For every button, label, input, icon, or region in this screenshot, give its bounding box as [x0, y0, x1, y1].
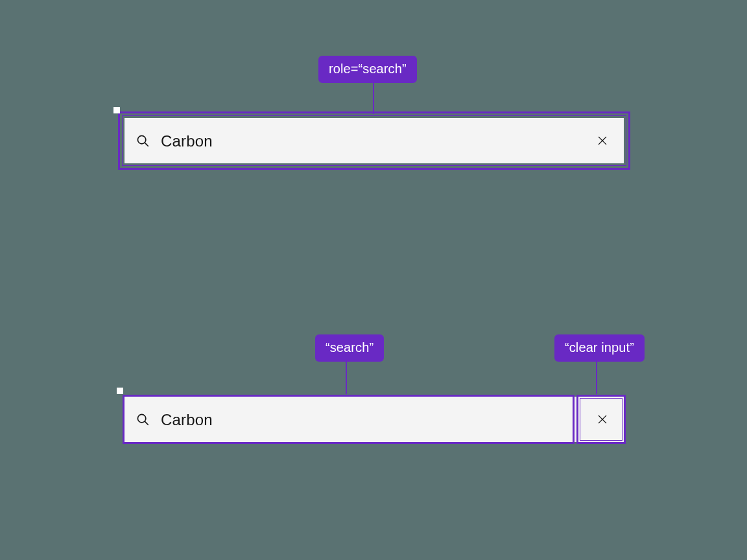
close-icon [597, 135, 608, 146]
svg-line-1 [145, 143, 148, 146]
annotation-connector [596, 362, 597, 394]
panel-role-search: role=“search” Carbon [0, 0, 747, 280]
annotation-tag-role-search: role=“search” [318, 56, 417, 83]
annotation-tag-search: “search” [315, 334, 384, 362]
search-input[interactable]: Carbon [161, 131, 581, 150]
search-icon [124, 397, 161, 442]
annotation-connector [373, 83, 374, 114]
close-icon [597, 414, 608, 425]
clear-button[interactable] [581, 118, 624, 163]
search-input[interactable]: Carbon [161, 410, 581, 429]
selection-handle [117, 388, 123, 394]
search-bar[interactable]: Carbon [124, 397, 624, 442]
search-bar[interactable]: Carbon [124, 118, 624, 163]
annotation-tag-clear-input: “clear input” [554, 334, 645, 362]
selection-handle [113, 107, 120, 113]
annotation-connector [346, 362, 347, 394]
svg-line-5 [145, 421, 148, 425]
clear-button[interactable] [581, 397, 624, 442]
search-icon [124, 118, 161, 163]
panel-search-parts: “search” “clear input” Carbon [0, 280, 747, 560]
